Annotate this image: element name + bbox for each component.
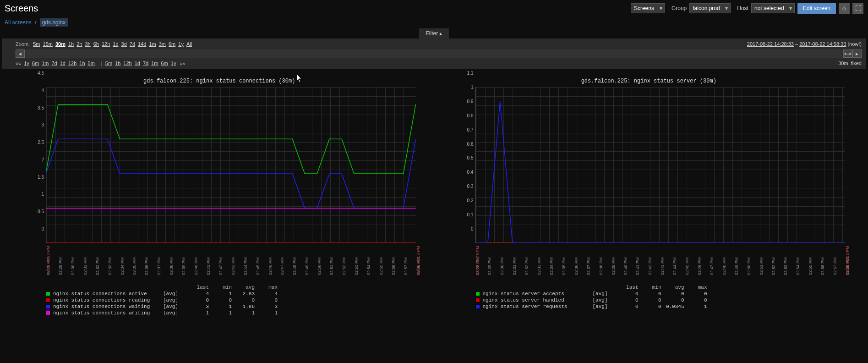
chart-panel-1: gds.falcon.225: nginx status server (30m… <box>439 78 859 316</box>
zoom-links: Zoom: 5m15m30m1h2h3h6h12h1d3d7d14d1m3m6m… <box>16 41 195 47</box>
fullscreen-icon[interactable]: ⛶ <box>852 3 863 14</box>
slider-handle-icon[interactable]: ◄∶∶► <box>843 50 852 58</box>
nav-fwd-1m[interactable]: 1m <box>151 60 158 66</box>
chart-panel-0: gds.falcon.225: nginx status connections… <box>9 78 430 316</box>
chart-legend: lastminavgmaxnginx status server accepts… <box>475 284 859 310</box>
time-range: 2017-08-22 14:28:33 – 2017-08-22 14:58:3… <box>747 41 862 47</box>
nav-fwd-7d[interactable]: 7d <box>143 60 148 66</box>
zoom-1y[interactable]: 1y <box>178 41 184 47</box>
group-label: Group <box>671 5 687 11</box>
nav-back-1m[interactable]: 1m <box>42 60 49 66</box>
nav-fwd-5m[interactable]: 5m <box>105 60 112 66</box>
nav-back-12h[interactable]: 12h <box>68 60 76 66</box>
zoom-12h[interactable]: 12h <box>102 41 110 47</box>
zoom-1d[interactable]: 1d <box>113 41 118 47</box>
nav-fwd-1h[interactable]: 1h <box>115 60 120 66</box>
nav-back-6m[interactable]: 6m <box>32 60 39 66</box>
filter-toggle[interactable]: Filter <box>419 28 448 38</box>
zoom-All[interactable]: All <box>186 41 192 47</box>
nav-back-7d[interactable]: 7d <box>51 60 57 66</box>
nav-back-1y[interactable]: 1y <box>24 60 29 66</box>
legend-item: nginx status connections waiting[avg]311… <box>46 303 430 310</box>
time-selector: Zoom: 5m15m30m1h2h3h6h12h1d3d7d14d1m3m6m… <box>2 38 866 69</box>
zoom-3d[interactable]: 3d <box>121 41 127 47</box>
legend-item: nginx status server accepts[avg]0000 <box>475 291 859 297</box>
slider-prev-icon[interactable]: ◄ <box>16 50 25 58</box>
zoom-1h[interactable]: 1h <box>68 41 74 47</box>
nav-back-links: ««1y6m1m7d1d12h1h5m | 5m1h12h1d7d1m6m1y»… <box>16 60 186 66</box>
host-select[interactable]: not selected <box>751 3 795 13</box>
legend-item: nginx status connections writing[avg]111… <box>46 310 430 316</box>
zoom-7d[interactable]: 7d <box>130 41 135 47</box>
zoom-30m[interactable]: 30m <box>55 41 66 47</box>
chart-title: gds.falcon.225: nginx status connections… <box>9 78 430 84</box>
nav-fwd-1y[interactable]: 1y <box>171 60 176 66</box>
zoom-15m[interactable]: 15m <box>43 41 53 47</box>
host-label: Host <box>737 5 748 11</box>
page-title: Screens <box>5 3 38 14</box>
nav-back-1h[interactable]: 1h <box>79 60 85 66</box>
zoom-6h[interactable]: 6h <box>93 41 99 47</box>
slider-next-icon[interactable]: ► <box>852 50 862 58</box>
screens-select[interactable]: Screens <box>631 3 665 13</box>
nav-back-5m[interactable]: 5m <box>88 60 95 66</box>
legend-item: nginx status connections reading[avg]000… <box>46 297 430 303</box>
nav-fwd-6m[interactable]: 6m <box>161 60 168 66</box>
zoom-14d[interactable]: 14d <box>138 41 146 47</box>
zoom-1m[interactable]: 1m <box>149 41 156 47</box>
chart-title: gds.falcon.225: nginx status server (30m… <box>439 78 859 84</box>
legend-item: nginx status connections active[avg]412.… <box>46 291 430 297</box>
zoom-3m[interactable]: 3m <box>159 41 166 47</box>
group-select[interactable]: falcon prod <box>689 3 731 13</box>
breadcrumb-root[interactable]: All screens <box>5 19 32 26</box>
legend-item: nginx status server requests[avg]000.034… <box>475 303 859 310</box>
edit-screen-button[interactable]: Edit screen <box>797 3 836 14</box>
nav-fwd-12h[interactable]: 12h <box>123 60 131 66</box>
zoom-3h[interactable]: 3h <box>85 41 90 47</box>
zoom-5m[interactable]: 5m <box>33 41 40 47</box>
chart-legend: lastminavgmaxnginx status connections ac… <box>46 284 430 316</box>
time-slider[interactable] <box>26 50 842 58</box>
nav-back-1d[interactable]: 1d <box>60 60 66 66</box>
zoom-2h[interactable]: 2h <box>76 41 82 47</box>
zoom-6m[interactable]: 6m <box>169 41 175 47</box>
breadcrumb-current[interactable]: gds.nginx <box>40 18 68 27</box>
breadcrumb: All screens / gds.nginx <box>0 16 868 28</box>
nav-fwd-1d[interactable]: 1d <box>135 60 140 66</box>
favorite-icon[interactable]: ☆ <box>839 3 850 14</box>
legend-item: nginx status server handled[avg]0000 <box>475 297 859 303</box>
